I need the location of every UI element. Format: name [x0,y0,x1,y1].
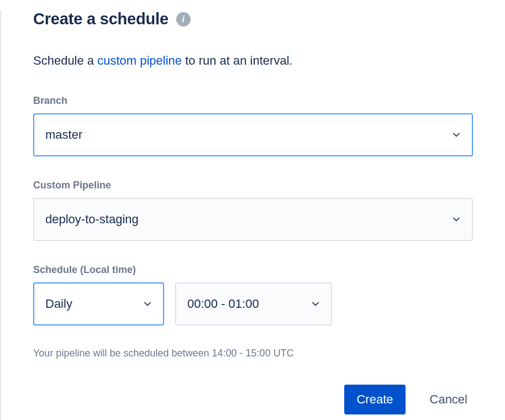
branch-label: Branch [33,95,473,107]
schedule-label: Schedule (Local time) [33,264,473,276]
pipeline-select[interactable]: deploy-to-staging [33,198,473,241]
dialog-header: Create a schedule i [33,10,473,28]
schedule-field: Schedule (Local time) Daily 00:00 - 01:0… [33,264,473,326]
branch-field: Branch master [33,95,473,156]
frequency-select[interactable]: Daily [33,282,164,326]
info-icon[interactable]: i [176,12,191,27]
chevron-down-icon [451,129,462,140]
create-schedule-dialog: Create a schedule i Schedule a custom pi… [0,10,505,420]
schedule-select-row: Daily 00:00 - 01:00 [33,282,473,326]
branch-value: master [45,128,82,142]
time-range-select[interactable]: 00:00 - 01:00 [175,282,332,326]
pipeline-value: deploy-to-staging [45,212,139,227]
chevron-down-icon [310,298,321,309]
dialog-actions: Create Cancel [33,385,473,414]
dialog-description: Schedule a custom pipeline to run at an … [33,53,473,70]
branch-select[interactable]: master [33,113,473,156]
pipeline-label: Custom Pipeline [33,180,473,191]
chevron-down-icon [142,298,153,309]
frequency-value: Daily [45,297,72,311]
custom-pipeline-link[interactable]: custom pipeline [97,54,182,67]
cancel-button[interactable]: Cancel [424,385,473,414]
create-button[interactable]: Create [344,385,405,414]
schedule-helper-text: Your pipeline will be scheduled between … [33,348,473,359]
description-text-prefix: Schedule a [33,54,97,67]
chevron-down-icon [451,214,462,225]
time-range-value: 00:00 - 01:00 [187,297,259,311]
pipeline-field: Custom Pipeline deploy-to-staging [33,180,473,241]
description-text-suffix: to run at an interval. [182,54,293,67]
dialog-title: Create a schedule [33,10,169,28]
